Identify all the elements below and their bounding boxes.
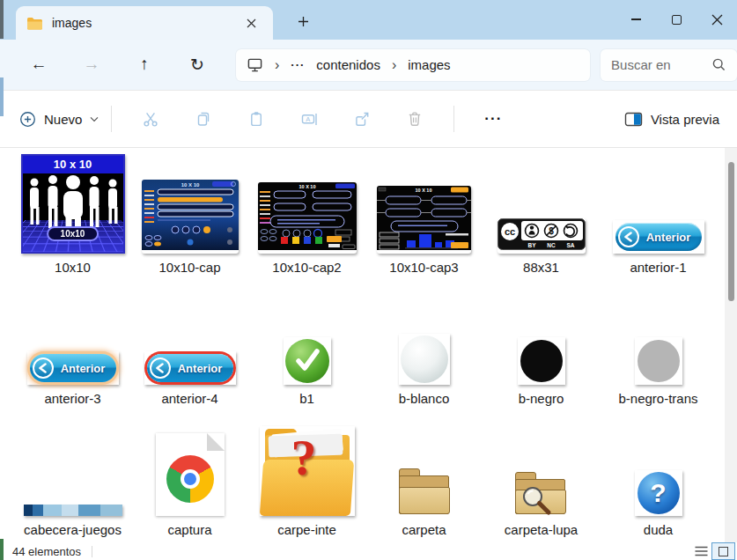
file-item[interactable]: Anterior anterior-3	[14, 279, 131, 410]
anterior-button-text: Anterior	[54, 362, 116, 375]
close-icon	[247, 18, 256, 28]
page-fold-corner	[207, 433, 225, 451]
preview-toggle-button[interactable]: Vista previa	[624, 112, 719, 127]
rename-button[interactable]: A	[283, 110, 335, 128]
file-item[interactable]: cabecera-juegos	[14, 410, 131, 542]
forward-button[interactable]: →	[65, 55, 118, 75]
vertical-scrollbar[interactable]	[725, 148, 737, 542]
chrome-logo-icon	[166, 455, 214, 503]
clipboard-icon	[247, 110, 265, 128]
cut-button[interactable]	[124, 110, 177, 128]
file-thumbnail: Anterior	[613, 220, 704, 254]
file-item[interactable]: b-negro-trans	[600, 279, 717, 410]
maximize-button[interactable]	[656, 0, 696, 39]
toolbar-divider	[453, 106, 454, 132]
delete-button[interactable]	[388, 110, 441, 128]
breadcrumb-chevron-icon[interactable]: ›	[392, 57, 396, 73]
file-label: carpeta	[402, 522, 446, 538]
paste-button[interactable]	[230, 110, 283, 128]
file-thumbnail: 10 X 10	[142, 180, 239, 254]
large-icons-view-button[interactable]	[711, 542, 735, 560]
file-item[interactable]: carpeta-lupa	[483, 410, 600, 542]
share-button[interactable]	[335, 110, 388, 128]
file-label: b1	[299, 391, 314, 407]
chevron-down-icon	[90, 116, 99, 122]
file-label: anterior-3	[44, 391, 100, 407]
refresh-button[interactable]: ↻	[171, 55, 224, 75]
blue-question-icon: ?	[638, 472, 680, 514]
tab-title: images	[52, 16, 92, 30]
file-item[interactable]: b1	[248, 279, 365, 410]
file-item[interactable]: b-blanco	[365, 279, 483, 410]
thumb-title-band: 10 x 10	[23, 156, 123, 173]
this-pc-monitor-icon	[247, 57, 263, 73]
file-thumbnail: 10 X 10	[377, 186, 471, 254]
file-item[interactable]: ? carpe-inte	[248, 410, 365, 542]
new-tab-button[interactable]	[291, 11, 315, 32]
close-button[interactable]	[696, 0, 737, 39]
quiz-screenshot-graphic: 10 X 10	[258, 182, 357, 250]
address-bar[interactable]: › ··· contenidos › images	[236, 49, 590, 81]
breadcrumb-ellipsis[interactable]: ···	[291, 58, 305, 71]
toolbar-divider	[111, 106, 112, 132]
file-item[interactable]: 10 X 10	[365, 148, 483, 279]
anterior-button-text: Anterior	[171, 362, 233, 375]
svg-text:10 X 10: 10 X 10	[416, 188, 432, 193]
file-thumbnail: Anterior	[144, 351, 236, 385]
file-thumbnail	[514, 472, 569, 516]
file-item[interactable]: captura	[131, 410, 248, 542]
breadcrumb-chevron-icon[interactable]: ›	[275, 57, 279, 73]
file-label: carpeta-lupa	[505, 522, 578, 538]
file-item[interactable]: ? duda	[600, 410, 717, 542]
file-item[interactable]: 10 X 10	[131, 148, 248, 279]
gray-circle-icon	[638, 340, 680, 382]
tab-close-button[interactable]	[240, 11, 262, 34]
file-item[interactable]: 10 x 10 10x10 10x10	[14, 148, 131, 279]
search-input[interactable]: Buscar en	[601, 49, 737, 81]
file-thumbnail: 10 x 10 10x10	[21, 154, 125, 254]
quiz-screenshot-graphic: 10 X 10	[377, 186, 471, 250]
copy-icon	[195, 110, 212, 128]
file-item[interactable]: Anterior anterior-1	[600, 148, 717, 279]
file-item[interactable]: Anterior anterior-4	[131, 279, 248, 410]
back-arrow-icon	[618, 226, 639, 247]
file-item[interactable]: carpeta	[365, 410, 483, 542]
navigation-bar: ← → ↑ ↻ › ··· contenidos › images Buscar…	[0, 40, 737, 90]
file-thumbnail: cc $ BY NC SA	[497, 218, 586, 254]
file-label: 10x10-cap3	[389, 260, 458, 276]
file-thumbnail	[518, 337, 565, 385]
search-icon	[711, 57, 726, 72]
breadcrumb-item-images[interactable]: images	[408, 57, 450, 72]
preview-toggle-label: Vista previa	[651, 112, 719, 127]
back-button[interactable]: ←	[12, 55, 65, 75]
items-count: 44 elementos	[12, 545, 81, 558]
file-item[interactable]: b-negro	[483, 279, 600, 410]
command-toolbar: Nuevo	[0, 90, 737, 148]
status-divider	[92, 546, 92, 557]
svg-text:BY: BY	[527, 242, 536, 248]
see-more-button[interactable]: ···	[467, 110, 520, 128]
file-item[interactable]: cc $ BY NC SA	[483, 148, 600, 279]
up-button[interactable]: ↑	[118, 55, 171, 75]
file-item[interactable]: 10 X 10	[248, 148, 365, 279]
minimize-button[interactable]	[615, 0, 656, 39]
large-icons-view-icon	[719, 547, 728, 556]
file-label: carpe-inte	[277, 522, 336, 538]
svg-text:A: A	[306, 115, 310, 123]
explorer-tab[interactable]: images	[16, 6, 273, 40]
plus-circle-icon	[19, 111, 36, 128]
cc-license-badge-graphic: cc $ BY NC SA	[497, 218, 586, 250]
scrollbar-thumb[interactable]	[728, 162, 734, 301]
file-thumbnail	[156, 433, 225, 516]
file-label: 88x31	[523, 260, 559, 276]
copy-button[interactable]	[177, 110, 230, 128]
trash-icon	[406, 110, 424, 128]
thumb-pill-label: 10x10	[47, 226, 99, 241]
file-thumbnail: ?	[635, 470, 682, 516]
breadcrumb-item-contenidos[interactable]: contenidos	[316, 57, 380, 72]
new-button[interactable]: Nuevo	[19, 111, 99, 128]
file-label: b-negro	[519, 391, 564, 407]
details-view-button[interactable]	[694, 545, 709, 557]
file-label: duda	[644, 522, 673, 538]
rename-icon: A	[300, 110, 319, 128]
